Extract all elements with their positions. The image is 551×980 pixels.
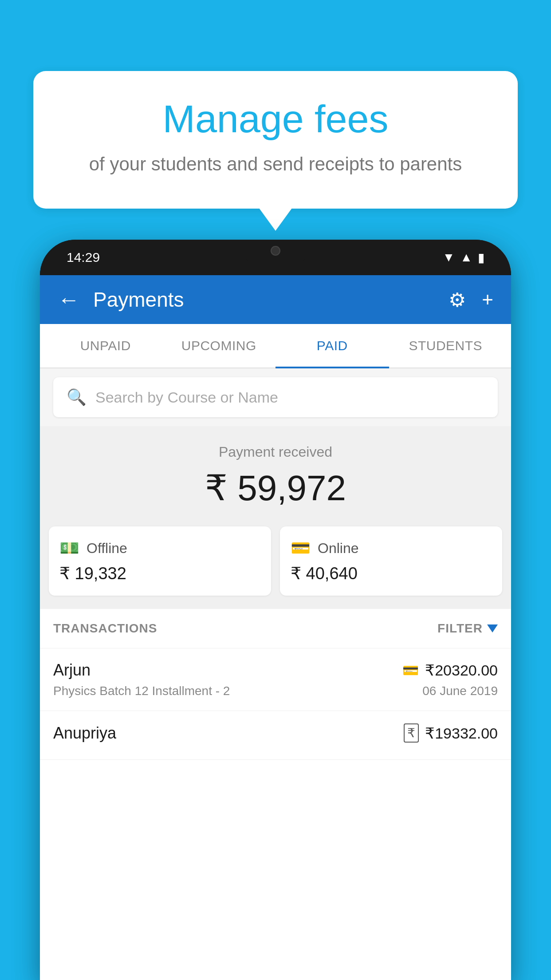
online-label: Online: [318, 540, 359, 557]
status-bar: 14:29 ▼ ▲ ▮: [40, 240, 511, 275]
offline-card-header: 💵 Offline: [59, 539, 260, 557]
card-payment-icon: 💳: [402, 663, 419, 678]
app-content: ← Payments ⚙ + UNPAID UPCOMING PAID STUD…: [40, 275, 511, 980]
bubble-title: Manage fees: [69, 98, 482, 141]
transaction-main-row: Anupriya ₹ ₹19332.00: [53, 723, 498, 743]
payment-received-label: Payment received: [49, 444, 502, 460]
search-icon: 🔍: [67, 388, 87, 407]
tab-unpaid[interactable]: UNPAID: [49, 324, 162, 368]
signal-icon: ▲: [460, 250, 472, 265]
search-bar[interactable]: 🔍 Search by Course or Name: [53, 377, 498, 417]
offline-amount: ₹ 19,332: [59, 564, 260, 583]
transaction-course: Physics Batch 12 Installment - 2: [53, 684, 230, 698]
online-payment-card: 💳 Online ₹ 40,640: [280, 526, 502, 596]
promo-bubble-card: Manage fees of your students and send re…: [33, 71, 518, 209]
header-actions: ⚙ +: [449, 288, 493, 311]
offline-payment-card: 💵 Offline ₹ 19,332: [49, 526, 271, 596]
phone-frame: 14:29 ▼ ▲ ▮ ← Payments ⚙ + UNPAID UPCOMI…: [40, 240, 511, 980]
settings-icon[interactable]: ⚙: [449, 288, 466, 311]
add-icon[interactable]: +: [482, 288, 493, 311]
back-button[interactable]: ←: [58, 287, 80, 312]
camera-dot: [271, 246, 280, 256]
transaction-amount-row: 💳 ₹20320.00: [402, 661, 498, 679]
payment-received-amount: ₹ 59,972: [49, 467, 502, 509]
transaction-amount: ₹19332.00: [425, 724, 498, 742]
offline-label: Offline: [87, 540, 127, 557]
phone-notch: [240, 240, 311, 262]
search-container: 🔍 Search by Course or Name: [40, 368, 511, 426]
transaction-main-row: Arjun 💳 ₹20320.00: [53, 661, 498, 680]
tab-students[interactable]: STUDENTS: [389, 324, 503, 368]
online-icon: 💳: [291, 539, 311, 557]
transaction-name: Anupriya: [53, 724, 116, 743]
tabs-row: UNPAID UPCOMING PAID STUDENTS: [40, 324, 511, 368]
tab-upcoming[interactable]: UPCOMING: [162, 324, 276, 368]
transaction-amount: ₹20320.00: [425, 661, 498, 679]
bubble-subtitle: of your students and send receipts to pa…: [69, 151, 482, 178]
offline-icon: 💵: [59, 539, 79, 557]
transaction-date: 06 June 2019: [422, 684, 498, 698]
filter-text: FILTER: [437, 621, 483, 636]
search-placeholder: Search by Course or Name: [95, 389, 278, 406]
filter-button[interactable]: FILTER: [437, 621, 498, 636]
payment-cards-row: 💵 Offline ₹ 19,332 💳 Online ₹ 40,640: [40, 526, 511, 609]
tab-paid[interactable]: PAID: [276, 324, 389, 368]
transaction-sub-row: Physics Batch 12 Installment - 2 06 June…: [53, 684, 498, 698]
app-header: ← Payments ⚙ +: [40, 275, 511, 324]
online-amount: ₹ 40,640: [291, 564, 492, 583]
table-row[interactable]: Arjun 💳 ₹20320.00 Physics Batch 12 Insta…: [40, 648, 511, 711]
transactions-header: TRANSACTIONS FILTER: [40, 609, 511, 648]
status-time: 14:29: [67, 250, 100, 265]
battery-icon: ▮: [478, 250, 484, 265]
transaction-amount-row: ₹ ₹19332.00: [404, 723, 498, 743]
cash-payment-icon: ₹: [404, 723, 419, 743]
online-card-header: 💳 Online: [291, 539, 492, 557]
page-title: Payments: [93, 288, 435, 312]
table-row[interactable]: Anupriya ₹ ₹19332.00: [40, 711, 511, 760]
status-icons: ▼ ▲ ▮: [443, 250, 484, 265]
transaction-name: Arjun: [53, 661, 91, 680]
payment-received-section: Payment received ₹ 59,972: [40, 426, 511, 526]
filter-icon: [487, 624, 498, 632]
transactions-label: TRANSACTIONS: [53, 621, 157, 636]
wifi-icon: ▼: [443, 250, 455, 265]
